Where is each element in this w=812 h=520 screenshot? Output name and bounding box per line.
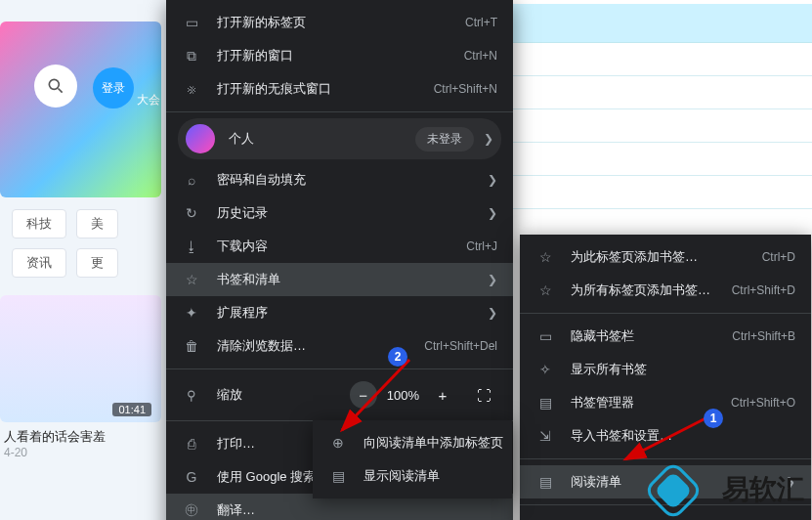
avatar-icon bbox=[186, 124, 215, 153]
menu-profile[interactable]: 个人 未登录 ❯ bbox=[178, 118, 501, 159]
menu-item-label: 下载内容 bbox=[217, 238, 466, 255]
zoom-out-button[interactable]: − bbox=[350, 381, 377, 409]
menu-divider bbox=[166, 111, 513, 112]
menu-item-label: 翻译… bbox=[217, 501, 497, 519]
profile-status: 未登录 bbox=[415, 127, 474, 152]
dahui-label: 大会 bbox=[137, 92, 160, 108]
search-button[interactable] bbox=[34, 65, 77, 108]
menu-item-label: 隐藏书签栏 bbox=[571, 327, 732, 345]
submenu-show-all[interactable]: ✧ 显示所有书签 bbox=[520, 353, 811, 386]
video-title[interactable]: 人看着的话会害羞 bbox=[0, 428, 166, 446]
menu-item-label: 显示所有书签 bbox=[571, 361, 795, 378]
menu-item-shortcut: Ctrl+Shift+N bbox=[434, 82, 497, 96]
submenu-hide-bar[interactable]: ▭ 隐藏书签栏 Ctrl+Shift+B bbox=[520, 320, 811, 353]
video-duration: 01:41 bbox=[112, 403, 151, 416]
add-reading-icon: ⊕ bbox=[328, 435, 348, 451]
menu-item-label: 扩展程序 bbox=[217, 304, 480, 322]
menu-item-label: 书签和清单 bbox=[217, 271, 480, 288]
submenu-manager[interactable]: ▤ 书签管理器 Ctrl+Shift+O bbox=[520, 386, 811, 419]
menu-divider bbox=[520, 313, 811, 314]
menu-new-tab[interactable]: ▭ 打开新的标签页 Ctrl+T bbox=[166, 6, 513, 39]
menu-item-label: 为此标签页添加书签… bbox=[571, 248, 762, 266]
menu-bookmarks-and-lists[interactable]: ☆ 书签和清单 ❯ bbox=[166, 263, 513, 296]
ruled-background bbox=[513, 0, 812, 235]
fullscreen-button[interactable]: ⛶ bbox=[470, 381, 497, 409]
menu-item-shortcut: Ctrl+D bbox=[762, 250, 795, 264]
menu-item-shortcut: Ctrl+Shift+B bbox=[732, 329, 795, 343]
menu-item-shortcut: Ctrl+J bbox=[466, 239, 497, 253]
incognito-icon: ⨳ bbox=[182, 81, 201, 97]
key-icon: ⌕ bbox=[182, 172, 201, 188]
chevron-right-icon: ❯ bbox=[488, 273, 497, 286]
menu-item-label: 清除浏览数据… bbox=[217, 337, 424, 355]
window-icon: ⧉ bbox=[182, 48, 201, 65]
menu-item-shortcut: Ctrl+Shift+O bbox=[731, 396, 795, 410]
search-icon bbox=[46, 76, 65, 96]
menu-clear-data[interactable]: 🗑 清除浏览数据… Ctrl+Shift+Del bbox=[166, 329, 513, 363]
menu-new-window[interactable]: ⧉ 打开新的窗口 Ctrl+N bbox=[166, 39, 513, 72]
star-icon: ☆ bbox=[535, 249, 555, 265]
menu-item-shortcut: Ctrl+Shift+D bbox=[732, 283, 795, 297]
submenu-import[interactable]: ⇲ 导入书签和设置… bbox=[520, 419, 811, 453]
reading-list-submenu: ⊕ 向阅读清单中添加标签页 ▤ 显示阅读清单 bbox=[313, 420, 512, 498]
menu-history[interactable]: ↻ 历史记录 ❯ bbox=[166, 196, 513, 230]
svg-point-0 bbox=[49, 79, 59, 89]
bookmark-bar-icon: ▭ bbox=[535, 328, 555, 344]
category-button[interactable]: 科技 bbox=[12, 209, 66, 238]
menu-divider bbox=[166, 368, 513, 369]
download-icon: ⭳ bbox=[182, 238, 201, 254]
chevron-right-icon: ❯ bbox=[488, 173, 497, 187]
chevron-right-icon: ❯ bbox=[484, 132, 493, 146]
menu-item-label: 密码和自动填充 bbox=[217, 171, 480, 189]
zoom-icon: ⚲ bbox=[182, 388, 201, 403]
star-icon: ☆ bbox=[535, 282, 555, 298]
menu-item-label: 缩放 bbox=[217, 386, 350, 404]
submenu2-add-to-reading[interactable]: ⊕ 向阅读清单中添加标签页 bbox=[313, 426, 512, 459]
chevron-right-icon: ❯ bbox=[488, 306, 497, 320]
star-icon: ☆ bbox=[182, 272, 201, 287]
video-date: 4-20 bbox=[0, 446, 166, 459]
puzzle-icon: ✦ bbox=[182, 305, 201, 321]
menu-zoom: ⚲ 缩放 − 100% + ⛶ bbox=[166, 375, 513, 414]
video-thumbnail[interactable]: 01:41 bbox=[0, 295, 161, 422]
menu-incognito[interactable]: ⨳ 打开新的无痕式窗口 Ctrl+Shift+N bbox=[166, 72, 513, 106]
reading-list-icon: ▤ bbox=[535, 474, 555, 490]
menu-item-shortcut: Ctrl+Shift+Del bbox=[424, 339, 497, 353]
menu-item-label: 显示阅读清单 bbox=[363, 467, 496, 485]
manager-icon: ▤ bbox=[535, 395, 555, 411]
menu-item-label: 向阅读清单中添加标签页 bbox=[363, 434, 503, 452]
tab-icon: ▭ bbox=[182, 15, 201, 30]
submenu2-show-reading[interactable]: ▤ 显示阅读清单 bbox=[313, 459, 512, 493]
category-button[interactable]: 资讯 bbox=[12, 248, 66, 278]
watermark-text: 易软汇 bbox=[722, 471, 804, 508]
menu-item-label: 打开新的无痕式窗口 bbox=[217, 80, 434, 98]
menu-divider bbox=[520, 458, 811, 459]
anime-thumbnail[interactable]: 登录 大会 bbox=[0, 22, 161, 197]
menu-item-shortcut: Ctrl+T bbox=[465, 16, 497, 29]
category-button[interactable]: 美 bbox=[76, 209, 118, 238]
trash-icon: 🗑 bbox=[182, 338, 201, 354]
google-icon: G bbox=[182, 469, 201, 485]
webpage-background: 登录 大会 科技 美 资讯 更 01:41 人看着的话会害羞 4-20 bbox=[0, 0, 166, 520]
menu-passwords[interactable]: ⌕ 密码和自动填充 ❯ bbox=[166, 163, 513, 196]
menu-item-label: 打开新的标签页 bbox=[217, 14, 465, 31]
chevron-right-icon: ❯ bbox=[488, 206, 497, 220]
menu-item-label: 为所有标签页添加书签… bbox=[571, 282, 732, 299]
zoom-value: 100% bbox=[387, 388, 419, 403]
svg-line-1 bbox=[59, 89, 63, 93]
zoom-in-button[interactable]: + bbox=[429, 381, 456, 409]
print-icon: ⎙ bbox=[182, 436, 201, 452]
list-icon: ▤ bbox=[328, 468, 348, 484]
history-icon: ↻ bbox=[182, 205, 201, 221]
import-icon: ⇲ bbox=[535, 428, 555, 444]
category-button[interactable]: 更 bbox=[76, 248, 118, 278]
menu-downloads[interactable]: ⭳ 下载内容 Ctrl+J bbox=[166, 230, 513, 263]
menu-item-label: 打开新的窗口 bbox=[217, 47, 464, 65]
submenu-bookmark-all[interactable]: ☆ 为所有标签页添加书签… Ctrl+Shift+D bbox=[520, 274, 811, 307]
menu-item-shortcut: Ctrl+N bbox=[464, 49, 497, 63]
login-button[interactable]: 登录 bbox=[93, 67, 134, 108]
star-outline-icon: ✧ bbox=[535, 362, 555, 377]
submenu-add-bookmark[interactable]: ☆ 为此标签页添加书签… Ctrl+D bbox=[520, 240, 811, 274]
translate-icon: ㊥ bbox=[182, 501, 201, 519]
menu-extensions[interactable]: ✦ 扩展程序 ❯ bbox=[166, 296, 513, 329]
